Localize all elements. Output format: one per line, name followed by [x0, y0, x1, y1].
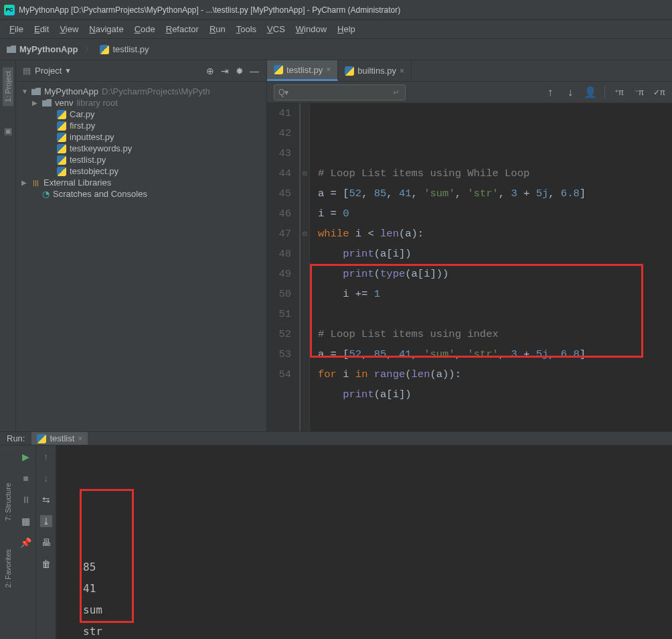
- folder-icon: [31, 88, 41, 95]
- menubar: FileEditViewNavigateCodeRefactorRunTools…: [0, 20, 672, 39]
- python-icon: [274, 65, 283, 74]
- search-input[interactable]: Q▾: [274, 84, 406, 100]
- sidebar-header: ▤ Project ▼ ⊕ ⇥ ✸ —: [16, 60, 266, 82]
- code-editor[interactable]: 4142434445464748495051525354 ⊟⊟ # Loop L…: [267, 103, 672, 431]
- tool-window-project[interactable]: 1: Project: [3, 67, 13, 106]
- soft-wrap-icon[interactable]: ⇆: [40, 494, 52, 506]
- run-panel: Run: testlist × 7: Structure 2: Favorite…: [0, 431, 672, 639]
- python-icon: [37, 434, 46, 443]
- code-content[interactable]: # Loop List items using While Loopa = [5…: [310, 103, 594, 431]
- tree-item[interactable]: ▶venv library root: [19, 97, 264, 109]
- run-tab[interactable]: testlist ×: [31, 432, 88, 445]
- menu-refactor[interactable]: Refactor: [162, 23, 203, 36]
- rerun-icon[interactable]: ▶: [20, 451, 32, 463]
- menu-view[interactable]: View: [56, 23, 82, 36]
- fold-column[interactable]: ⊟⊟: [301, 103, 310, 431]
- close-icon[interactable]: ×: [400, 66, 404, 76]
- close-icon[interactable]: ×: [326, 65, 331, 74]
- library-icon: ⫼: [31, 178, 40, 188]
- left-gutter: 1: Project ▣: [0, 60, 16, 431]
- run-header: Run: testlist ×: [0, 432, 672, 445]
- python-icon: [345, 66, 354, 76]
- tab-builtins-py[interactable]: builtins.py×: [338, 60, 412, 81]
- tool-window-structure[interactable]: 7: Structure: [3, 479, 13, 525]
- sidebar-title[interactable]: Project ▼: [35, 66, 71, 76]
- up-arrow-icon[interactable]: ↑: [544, 86, 556, 98]
- hide-icon[interactable]: —: [249, 66, 260, 76]
- python-icon: [57, 110, 66, 119]
- pin-icon[interactable]: 📌: [20, 537, 32, 549]
- trash-icon[interactable]: 🗑: [40, 558, 52, 570]
- window-title: MyPythonApp [D:\PycharmProjects\MyPython…: [19, 5, 400, 15]
- menu-help[interactable]: Help: [333, 23, 359, 36]
- menu-vcs[interactable]: VCS: [263, 23, 289, 36]
- python-icon: [57, 155, 66, 165]
- scratch-icon: ◔: [42, 189, 50, 199]
- tree-item[interactable]: inputtest.py: [19, 131, 264, 143]
- tree-item[interactable]: first.py: [19, 120, 264, 131]
- tool-window-favorites[interactable]: 2: Favorites: [3, 545, 13, 591]
- plus-pi-icon[interactable]: ⁺π: [613, 86, 625, 98]
- scroll-end-icon[interactable]: ⤓: [40, 515, 52, 527]
- run-toolbar-1: ▶ ■ ⏸ ▦ 📌: [16, 445, 36, 639]
- tree-item[interactable]: ▼MyPythonApp D:\PycharmProjects\MyPyth: [19, 86, 264, 97]
- python-icon: [57, 167, 66, 176]
- collapse-icon[interactable]: ⇥: [220, 66, 230, 76]
- tree-item[interactable]: ◔Scratches and Consoles: [19, 188, 264, 200]
- menu-tools[interactable]: Tools: [232, 23, 260, 36]
- menu-window[interactable]: Window: [292, 23, 331, 36]
- console-output[interactable]: 8541sumstr(3+5j)6.8 Process finished wit…: [56, 445, 672, 639]
- folder-icon: [42, 99, 52, 106]
- line-numbers: 4142434445464748495051525354: [267, 103, 301, 431]
- project-tree[interactable]: ▼MyPythonApp D:\PycharmProjects\MyPyth▶v…: [16, 82, 266, 204]
- settings-icon[interactable]: ✸: [234, 66, 245, 76]
- menu-run[interactable]: Run: [205, 23, 230, 36]
- python-icon: [57, 121, 66, 131]
- run-left-gutter: 7: Structure 2: Favorites: [0, 445, 16, 639]
- folder-icon: [7, 46, 16, 53]
- stop-icon[interactable]: ■: [20, 472, 32, 484]
- editor-tabs: testlist.py×builtins.py×: [267, 60, 672, 82]
- menu-file[interactable]: File: [5, 23, 27, 36]
- square-icon[interactable]: ▣: [4, 126, 12, 136]
- tree-item[interactable]: testkeywords.py: [19, 143, 264, 154]
- python-icon: [57, 133, 66, 142]
- editor-area: testlist.py×builtins.py× Q▾ ↑ ↓ 👤 ⁺π ⁻π …: [267, 60, 672, 431]
- check-pi-icon[interactable]: ✓π: [653, 86, 665, 98]
- close-icon[interactable]: ×: [78, 434, 82, 443]
- tree-item[interactable]: Car.py: [19, 109, 264, 120]
- tree-item[interactable]: ▶⫼External Libraries: [19, 177, 264, 188]
- tree-item[interactable]: testobject.py: [19, 165, 264, 177]
- breadcrumb-project-label: MyPythonApp: [19, 44, 78, 54]
- down-arrow-icon[interactable]: ↓: [564, 86, 576, 98]
- down-icon[interactable]: ↓: [40, 472, 52, 484]
- project-sidebar: ▤ Project ▼ ⊕ ⇥ ✸ — ▼MyPythonApp D:\Pych…: [16, 60, 267, 431]
- menu-edit[interactable]: Edit: [30, 23, 53, 36]
- editor-toolbar: Q▾ ↑ ↓ 👤 ⁺π ⁻π ✓π: [267, 82, 672, 103]
- layout-icon[interactable]: ▦: [20, 515, 32, 527]
- run-title: Run:: [7, 433, 25, 443]
- menu-navigate[interactable]: Navigate: [85, 23, 127, 36]
- print-icon[interactable]: 🖶: [40, 537, 52, 549]
- breadcrumb-file[interactable]: testlist.py: [100, 44, 149, 54]
- python-icon: [57, 144, 66, 153]
- person-icon[interactable]: 👤: [584, 86, 596, 98]
- run-tab-label: testlist: [50, 433, 74, 443]
- tree-item[interactable]: testlist.py: [19, 154, 264, 165]
- minus-pi-icon[interactable]: ⁻π: [633, 86, 645, 98]
- python-icon: [100, 45, 109, 54]
- breadcrumb-file-label: testlist.py: [112, 44, 149, 54]
- run-toolbar-2: ↑ ↓ ⇆ ⤓ 🖶 🗑: [36, 445, 56, 639]
- titlebar: PC MyPythonApp [D:\PycharmProjects\MyPyt…: [0, 0, 672, 20]
- breadcrumb-project[interactable]: MyPythonApp: [7, 44, 78, 54]
- breadcrumb-separator: 〉: [84, 44, 93, 56]
- app-icon: PC: [4, 5, 15, 15]
- menu-code[interactable]: Code: [131, 23, 159, 36]
- tab-testlist-py[interactable]: testlist.py×: [267, 60, 338, 81]
- up-icon[interactable]: ↑: [40, 451, 52, 463]
- breadcrumb: MyPythonApp 〉 testlist.py: [0, 39, 672, 60]
- locate-icon[interactable]: ⊕: [205, 66, 216, 76]
- project-view-icon: ▤: [23, 66, 31, 76]
- pause-icon[interactable]: ⏸: [20, 494, 32, 506]
